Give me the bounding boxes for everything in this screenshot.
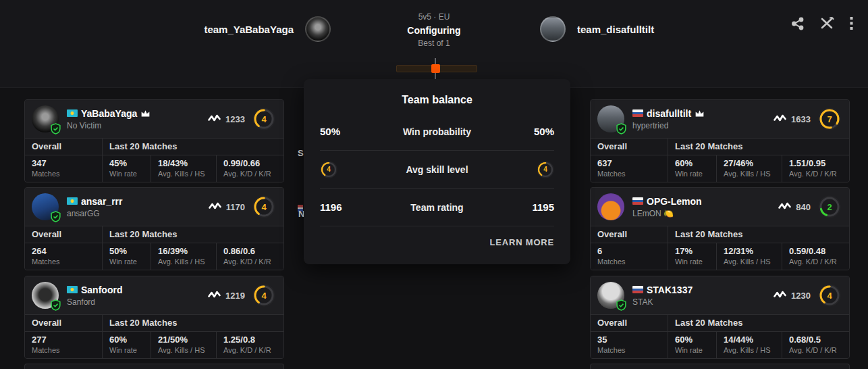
player-card: Sanfoord Sanford 1219 4 Overall Last 20 … (24, 276, 284, 359)
stat-matches: 35 (597, 335, 661, 345)
stat-kills-hs: 14/44% (724, 335, 775, 345)
tools-icon[interactable] (819, 16, 835, 30)
stat-winrate: 60% (109, 335, 144, 345)
player-nickname[interactable]: Sanfoord (81, 285, 122, 295)
player-nickname[interactable]: disafulltilt (647, 108, 691, 119)
player-nickname[interactable]: YaBabaYaga (81, 108, 137, 119)
stat-label: Avg. K/D / K/R (223, 257, 277, 266)
stats-row: 35Matches 60%Win rate 14/44%Avg. Kills /… (591, 331, 849, 358)
player-alias: ansarGG (67, 209, 209, 218)
stat-matches: 347 (32, 158, 95, 168)
elo-value: 1233 (225, 114, 245, 124)
player-nickname[interactable]: OPG-Lemon (647, 196, 702, 207)
stat-label: Avg. K/D / K/R (789, 257, 842, 266)
left-team-avatar[interactable] (305, 16, 331, 42)
stat-label: Avg. Kills / HS (724, 170, 775, 178)
elo-value: 1219 (225, 291, 245, 301)
stat-label: Matches (32, 170, 95, 178)
country-flag-icon (67, 109, 78, 117)
stats-header-overall: Overall (591, 139, 668, 155)
stat-kills-hs: 21/50% (158, 335, 209, 345)
player-row[interactable]: ansar_rrr ansarGG 1170 4 (25, 188, 283, 226)
stat-kills-hs: 16/39% (158, 246, 209, 256)
player-row[interactable]: disafulltilt hypertried 1633 7 (591, 100, 849, 138)
player-alias: LEmON 🍋 (632, 209, 778, 218)
win-probability-row: 50% Win probability 50% (304, 113, 570, 150)
stat-label: Win rate (675, 170, 709, 178)
skill-level-badge: 4 (252, 107, 275, 130)
stat-label: Matches (32, 257, 95, 266)
share-icon[interactable] (791, 17, 805, 30)
kebab-menu-icon[interactable] (850, 17, 853, 30)
country-flag-icon (67, 286, 78, 293)
stats-header-overall: Overall (25, 226, 103, 243)
stat-winrate: 60% (675, 158, 709, 168)
elo-value: 1170 (226, 202, 245, 212)
player-alias: hypertried (632, 121, 774, 130)
player-row[interactable]: OPG-Lemon LEmON 🍋 840 2 (591, 188, 849, 226)
player-alias: No Victim (67, 121, 208, 130)
player-nickname[interactable]: ansar_rrr (81, 196, 123, 207)
stat-winrate: 60% (675, 335, 709, 345)
stat-label: Avg. Kills / HS (158, 346, 209, 354)
captain-crown-icon (140, 109, 151, 118)
captain-crown-icon (695, 109, 705, 118)
elo-value: 1633 (791, 114, 811, 124)
player-card: YaBabaYaga No Victim 1233 4 Overall Last… (24, 99, 284, 182)
stat-label: Avg. Kills / HS (158, 170, 209, 178)
player-avatar[interactable] (597, 193, 624, 220)
elo-graph-icon (774, 113, 786, 125)
player-avatar[interactable] (32, 193, 59, 220)
stats-header-row: Overall Last 20 Matches (25, 138, 283, 155)
elo-graph-icon (778, 201, 791, 213)
stats-row: 637Matches 60%Win rate 27/46%Avg. Kills … (591, 155, 849, 182)
country-flag-icon (632, 286, 643, 293)
learn-more-button[interactable]: LEARN MORE (490, 237, 554, 247)
player-avatar[interactable] (597, 105, 624, 132)
win-prob-left: 50% (320, 126, 348, 137)
stats-row: 264Matches 50%Win rate 16/39%Avg. Kills … (25, 243, 283, 270)
avg-skill-label: Avg skill level (337, 164, 537, 175)
team-rating-label: Team rating (348, 202, 526, 213)
stat-winrate: 50% (109, 246, 144, 256)
stats-row: 277Matches 60%Win rate 21/50%Avg. Kills … (25, 331, 283, 358)
player-row[interactable]: YaBabaYaga No Victim 1233 4 (25, 100, 283, 138)
stat-matches: 6 (597, 246, 661, 256)
right-team-avatar[interactable] (540, 16, 566, 42)
skill-level-badge: 4 (818, 284, 841, 307)
partial-player-card (590, 364, 850, 369)
verified-shield-icon (616, 299, 627, 311)
player-avatar[interactable] (597, 282, 624, 309)
stat-label: Win rate (109, 346, 144, 354)
stats-header-last20: Last 20 Matches (103, 139, 283, 155)
stat-matches: 277 (32, 335, 95, 345)
win-prob-label: Win probability (348, 126, 526, 137)
stats-header-overall: Overall (591, 315, 668, 331)
verified-shield-icon (50, 299, 61, 311)
stat-kills-hs: 18/43% (158, 158, 209, 168)
player-avatar[interactable] (32, 282, 59, 309)
stat-kills-hs: 12/31% (724, 246, 775, 256)
stats-header-overall: Overall (25, 315, 103, 331)
stats-header-last20: Last 20 Matches (103, 226, 283, 243)
stat-kd-kr: 0.99/0.66 (223, 158, 277, 168)
skill-level-badge: 2 (818, 195, 841, 218)
stat-label: Avg. K/D / K/R (223, 170, 277, 178)
team-balance-modal: Team balance 50% Win probability 50% 4 A… (304, 79, 570, 264)
stat-label: Matches (32, 346, 95, 354)
stat-label: Avg. Kills / HS (158, 257, 209, 266)
stat-label: Avg. Kills / HS (724, 257, 775, 266)
stat-label: Avg. K/D / K/R (223, 346, 277, 354)
slider-knob[interactable] (431, 64, 440, 73)
stats-row: 6Matches 17%Win rate 12/31%Avg. Kills / … (591, 243, 849, 270)
match-progress-slider (396, 65, 477, 72)
stats-header-row: Overall Last 20 Matches (591, 314, 849, 331)
elo-graph-icon (209, 201, 221, 213)
player-avatar[interactable] (32, 105, 59, 132)
stat-matches: 264 (32, 246, 95, 256)
player-row[interactable]: Sanfoord Sanford 1219 4 (25, 276, 283, 314)
stat-label: Win rate (675, 257, 709, 266)
player-nickname[interactable]: STAK1337 (647, 285, 693, 295)
player-row[interactable]: STAK1337 STAK 1230 4 (591, 276, 849, 314)
player-card: OPG-Lemon LEmON 🍋 840 2 Overall Last 20 … (590, 187, 850, 270)
